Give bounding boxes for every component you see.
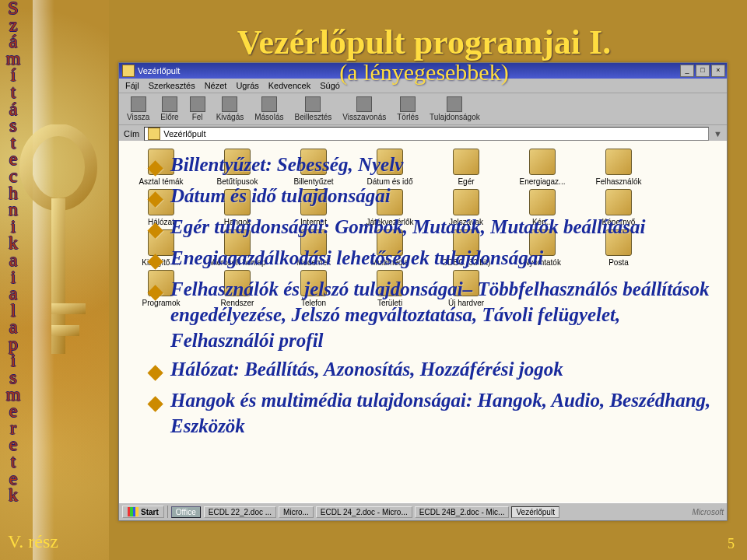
toolbar-button[interactable]: Előre — [157, 95, 181, 123]
toolbar-label: Beillesztés — [294, 113, 331, 121]
start-label: Start — [141, 508, 159, 516]
address-value: Vezérlőpult — [163, 129, 205, 138]
slide-bullets: ◆Billentyűzet: Sebesség, Nyelv◆Dátum és … — [148, 152, 724, 442]
menu-item[interactable]: Súgó — [320, 81, 340, 90]
toolbar-label: Előre — [160, 113, 178, 121]
bullet-item: ◆Egér tulajdonságai: Gombok, Mutatók, Mu… — [148, 214, 724, 242]
svg-point-0 — [26, 130, 91, 205]
bullet-marker-icon: ◆ — [148, 185, 163, 211]
bullet-item: ◆Enegiagazdálkodási lehetőségek tulajdon… — [148, 245, 724, 273]
bullet-item: ◆Hálózat: Beállítás, Azonosítás, Hozzáfé… — [148, 356, 724, 384]
taskbar-button[interactable]: ECDL 24_2.doc - Micro... — [316, 506, 412, 518]
bullet-marker-icon: ◆ — [148, 154, 163, 180]
toolbar-label: Visszavonás — [342, 113, 386, 121]
page-number: 5 — [728, 536, 735, 552]
toolbar-button[interactable]: Kivágás — [213, 95, 247, 123]
bullet-item: ◆Dátum és idő tulajdonságai — [148, 183, 724, 211]
toolbar-icon — [356, 96, 372, 112]
svg-rect-2 — [51, 303, 86, 314]
toolbar-icon — [447, 96, 462, 112]
tray-brand: Microsoft — [692, 508, 724, 516]
address-icon — [148, 128, 160, 140]
bullet-marker-icon: ◆ — [148, 247, 163, 273]
toolbar-button[interactable]: Másolás — [251, 95, 286, 123]
toolbar-button[interactable]: Vissza — [124, 95, 153, 123]
toolbar-icon — [190, 96, 205, 112]
bullet-text: Hálózat: Beállítás, Azonosítás, Hozzáfér… — [170, 356, 563, 384]
menu-item[interactable]: Nézet — [205, 81, 227, 90]
start-button[interactable]: Start — [122, 506, 164, 518]
toolbar-icon — [131, 96, 146, 112]
windows-logo-icon — [128, 507, 139, 516]
toolbar-button[interactable]: Fel — [187, 95, 209, 123]
toolbar-label: Törlés — [397, 113, 419, 121]
window-toolbar: VisszaElőreFelKivágásMásolásBeillesztésV… — [119, 93, 727, 125]
bullet-text: Billentyűzet: Sebesség, Nyelv — [170, 152, 403, 180]
toolbar-button[interactable]: Tulajdonságok — [426, 95, 483, 123]
slide-part-label: V. rész — [8, 531, 58, 552]
taskbar-button[interactable]: Micro... — [279, 506, 314, 518]
taskbar-separator — [167, 506, 168, 518]
maximize-button[interactable]: □ — [696, 65, 710, 77]
menu-item[interactable]: Kedvencek — [268, 81, 310, 90]
vertical-sidebar-text: Számítástechnikai alapismeretek — [5, 0, 22, 504]
bullet-marker-icon: ◆ — [148, 390, 163, 439]
address-label: Cím — [124, 129, 139, 138]
toolbar-label: Vissza — [127, 113, 149, 121]
taskbar-button[interactable]: ECDL 22_2.doc ... — [204, 506, 276, 518]
window-titlebar[interactable]: Vezérlőpult _ □ × — [119, 63, 727, 79]
toolbar-button[interactable]: Beillesztés — [291, 95, 335, 123]
window-menubar: FájlSzerkesztésNézetUgrásKedvencekSúgó — [119, 79, 727, 93]
key-illustration — [16, 124, 109, 389]
window-icon — [122, 65, 135, 77]
slide-title: Vezérlőpult programjai I. — [117, 25, 731, 61]
svg-rect-3 — [51, 325, 79, 336]
toolbar-button[interactable]: Visszavonás — [339, 95, 389, 123]
toolbar-label: Tulajdonságok — [430, 113, 480, 121]
bullet-text: Hangok és multimédia tulajdonságai: Hang… — [170, 387, 724, 439]
toolbar-label: Kivágás — [216, 113, 244, 121]
toolbar-icon — [222, 96, 237, 112]
minimize-button[interactable]: _ — [680, 65, 694, 77]
dropdown-icon[interactable]: ▼ — [714, 129, 722, 138]
toolbar-button[interactable]: Törlés — [394, 95, 422, 123]
bullet-text: Felhasználók és jelszó tulajdonságai– Tö… — [170, 276, 724, 353]
toolbar-icon — [400, 96, 416, 112]
taskbar-button[interactable]: ECDL 24B_2.doc - Mic... — [415, 506, 510, 518]
window-title: Vezérlőpult — [138, 66, 180, 75]
bullet-item: ◆Felhasználók és jelszó tulajdonságai– T… — [148, 276, 724, 353]
bullet-item: ◆Hangok és multimédia tulajdonságai: Han… — [148, 387, 724, 439]
toolbar-label: Másolás — [254, 113, 283, 121]
menu-item[interactable]: Ugrás — [236, 81, 258, 90]
taskbar-button[interactable]: Vezérlőpult — [511, 506, 559, 518]
bullet-item: ◆Billentyűzet: Sebesség, Nyelv — [148, 152, 724, 180]
office-shortcut[interactable]: Office — [171, 506, 201, 518]
address-input[interactable]: Vezérlőpult — [144, 127, 709, 141]
bullet-text: Egér tulajdonságai: Gombok, Mutatók, Mut… — [170, 214, 646, 242]
menu-item[interactable]: Fájl — [125, 81, 139, 90]
bullet-marker-icon: ◆ — [148, 278, 163, 353]
bullet-text: Enegiagazdálkodási lehetőségek tulajdons… — [170, 245, 543, 273]
toolbar-icon — [305, 96, 321, 112]
close-button[interactable]: × — [711, 65, 725, 77]
sidebar-letter: k — [5, 487, 22, 504]
bullet-marker-icon: ◆ — [148, 216, 163, 242]
bullet-text: Dátum és idő tulajdonságai — [170, 183, 391, 211]
taskbar: Start Office ECDL 22_2.doc ...Micro...EC… — [119, 502, 727, 520]
bullet-marker-icon: ◆ — [148, 359, 163, 384]
menu-item[interactable]: Szerkesztés — [149, 81, 195, 90]
toolbar-label: Fel — [192, 113, 203, 121]
toolbar-icon — [162, 96, 177, 112]
toolbar-icon — [261, 96, 277, 112]
